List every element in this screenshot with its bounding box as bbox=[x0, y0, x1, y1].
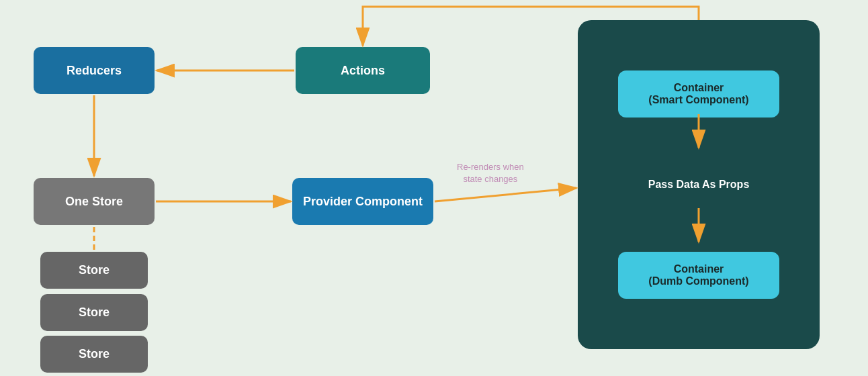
diagram-container: Reducers Actions One Store Provider Comp… bbox=[0, 0, 868, 376]
one-store-box: One Store bbox=[34, 178, 155, 225]
store2-label: Store bbox=[79, 306, 110, 320]
store3-box: Store bbox=[40, 336, 148, 373]
provider-label: Provider Component bbox=[303, 195, 423, 209]
container-smart-box: Container (Smart Component) bbox=[618, 70, 779, 117]
pass-data-label: Pass Data As Props bbox=[648, 179, 750, 191]
store2-box: Store bbox=[40, 294, 148, 331]
container-dumb-label: Container (Dumb Component) bbox=[648, 263, 748, 287]
reducers-box: Reducers bbox=[34, 47, 155, 94]
provider-box: Provider Component bbox=[292, 178, 433, 225]
svg-line-5 bbox=[435, 188, 576, 201]
one-store-label: One Store bbox=[65, 195, 123, 209]
actions-label: Actions bbox=[341, 64, 385, 78]
container-smart-label: Container (Smart Component) bbox=[648, 82, 748, 106]
reducers-label: Reducers bbox=[67, 64, 122, 78]
actions-box: Actions bbox=[296, 47, 430, 94]
right-panel: Container (Smart Component) Pass Data As… bbox=[578, 20, 820, 349]
watermark-text: Re-renders when state changes bbox=[457, 161, 524, 185]
store1-label: Store bbox=[79, 263, 110, 277]
container-dumb-box: Container (Dumb Component) bbox=[618, 252, 779, 299]
store1-box: Store bbox=[40, 252, 148, 289]
store3-label: Store bbox=[79, 347, 110, 361]
